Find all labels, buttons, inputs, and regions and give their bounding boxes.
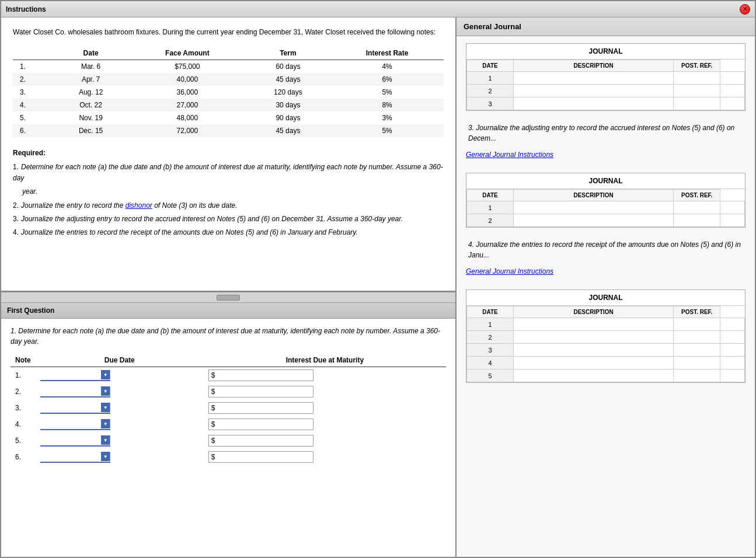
general-journal-link-2[interactable]: General Journal Instructions: [466, 267, 745, 275]
due-date-select[interactable]: [40, 386, 110, 397]
journal-desc-cell[interactable]: [674, 357, 720, 369]
row-num: 1: [467, 72, 514, 85]
journal-post-cell[interactable]: [720, 357, 745, 369]
due-date-select[interactable]: [40, 418, 110, 430]
journal-desc-cell[interactable]: [674, 201, 720, 214]
required-item-4: 4.Journalize the entries to record the r…: [13, 227, 444, 238]
main-content: Water Closet Co. wholesales bathroom fix…: [1, 18, 755, 557]
journal-row: 1: [467, 201, 745, 214]
journal-date-cell[interactable]: [514, 344, 674, 357]
required-item-1: 1.Determine for each note (a) the due da…: [13, 162, 444, 184]
journal-desc-cell[interactable]: [674, 331, 720, 344]
interest-input[interactable]: $: [208, 451, 313, 463]
dishonor-link[interactable]: dishonor: [126, 201, 152, 210]
journal-date-cell[interactable]: [514, 201, 674, 214]
interest-field[interactable]: [217, 386, 312, 397]
dropdown-arrow-icon[interactable]: [101, 452, 110, 461]
journal-post-cell[interactable]: [720, 369, 745, 382]
journal-date-cell[interactable]: [514, 214, 674, 227]
note-date: Mar. 6: [53, 60, 129, 74]
interest-cell: $: [204, 400, 446, 416]
journal-desc-cell[interactable]: [674, 318, 720, 331]
interest-input[interactable]: $: [208, 402, 313, 414]
journal-section-2: JOURNAL DATE DESCRIPTION POST. REF. 1: [457, 173, 755, 239]
due-date-cell: [36, 416, 204, 433]
interest-field[interactable]: [217, 403, 312, 413]
left-panel: Water Closet Co. wholesales bathroom fix…: [1, 18, 457, 557]
journal-date-cell[interactable]: [514, 72, 674, 85]
interest-field[interactable]: [217, 419, 312, 430]
interest-input[interactable]: $: [208, 418, 313, 430]
general-journal-link-1[interactable]: General Journal Instructions: [466, 151, 745, 159]
journal-desc-cell[interactable]: [674, 72, 720, 85]
horizontal-scrollbar[interactable]: [1, 292, 455, 302]
interest-input[interactable]: $: [208, 435, 313, 447]
due-date-dropdown[interactable]: [40, 418, 101, 429]
interest-field[interactable]: [217, 435, 312, 446]
due-date-select[interactable]: [40, 451, 110, 463]
dollar-sign: $: [209, 403, 218, 413]
dropdown-arrow-icon[interactable]: [101, 419, 110, 428]
interest-field[interactable]: [217, 370, 312, 381]
due-date-dropdown[interactable]: [40, 386, 101, 396]
due-date-select[interactable]: [40, 369, 110, 381]
note-rate: 5%: [330, 86, 444, 99]
dropdown-arrow-icon[interactable]: [101, 386, 110, 396]
answer-note-num: 5.: [11, 433, 36, 449]
note-num: 4.: [13, 99, 53, 111]
journal-post-cell[interactable]: [720, 214, 745, 227]
dropdown-arrow-icon[interactable]: [101, 403, 110, 412]
interest-input[interactable]: $: [208, 386, 313, 397]
note4-description: 4. Journalize the entries to record the …: [466, 239, 745, 260]
journal-post-cell[interactable]: [720, 331, 745, 344]
journal-date-cell[interactable]: [514, 331, 674, 344]
note-date: Apr. 7: [53, 73, 129, 86]
right-panel: General Journal JOURNAL DATE DESCRIPTION…: [457, 18, 755, 557]
dropdown-arrow-icon[interactable]: [101, 435, 110, 445]
jh3-post: POST. REF.: [674, 306, 720, 318]
journal-post-cell[interactable]: [720, 72, 745, 85]
note-term: 30 days: [246, 99, 331, 111]
journal-post-cell[interactable]: [720, 201, 745, 214]
due-date-dropdown[interactable]: [40, 451, 101, 462]
note-term: 60 days: [246, 60, 331, 74]
due-date-dropdown[interactable]: [40, 402, 101, 413]
journal-date-cell[interactable]: [514, 357, 674, 369]
note-term: 45 days: [246, 124, 331, 137]
journal-post-cell[interactable]: [720, 318, 745, 331]
note-term: 90 days: [246, 111, 331, 124]
journal-desc-cell[interactable]: [674, 369, 720, 382]
journal-desc-cell[interactable]: [674, 97, 720, 110]
interest-field[interactable]: [217, 452, 312, 462]
journal-desc-3: 3. Journalize the adjusting entry to rec…: [457, 123, 755, 173]
journal-post-cell[interactable]: [720, 85, 745, 97]
scrollbar-handle[interactable]: [217, 295, 240, 301]
journal-post-cell[interactable]: [720, 344, 745, 357]
journal-date-cell[interactable]: [514, 369, 674, 382]
journal-desc-cell[interactable]: [674, 85, 720, 97]
close-button[interactable]: ✕: [740, 4, 750, 15]
due-date-select[interactable]: [40, 402, 110, 414]
due-date-dropdown[interactable]: [40, 435, 101, 445]
note-face: 72,000: [129, 124, 245, 137]
due-date-dropdown[interactable]: [40, 369, 101, 380]
journal-date-cell[interactable]: [514, 85, 674, 97]
due-date-select[interactable]: [40, 435, 110, 447]
journal-table-2: JOURNAL DATE DESCRIPTION POST. REF. 1: [466, 173, 745, 228]
interest-cell: $: [204, 449, 446, 465]
note-rate: 8%: [330, 99, 444, 111]
journal-date-cell[interactable]: [514, 97, 674, 110]
journal-row: 1: [467, 318, 745, 331]
journal-desc-cell[interactable]: [674, 214, 720, 227]
journal-post-cell[interactable]: [720, 97, 745, 110]
instructions-area: Water Closet Co. wholesales bathroom fix…: [1, 18, 455, 292]
required-item-2: 2.Journalize the entry to record the dis…: [13, 200, 444, 211]
col-date: Date: [53, 47, 129, 60]
dropdown-arrow-icon[interactable]: [101, 370, 110, 379]
interest-input[interactable]: $: [208, 369, 313, 381]
note-date: Oct. 22: [53, 99, 129, 111]
journal-desc-cell[interactable]: [674, 344, 720, 357]
journal-date-cell[interactable]: [514, 318, 674, 331]
row-num: 2: [467, 85, 514, 97]
answer-note-num: 1.: [11, 367, 36, 384]
